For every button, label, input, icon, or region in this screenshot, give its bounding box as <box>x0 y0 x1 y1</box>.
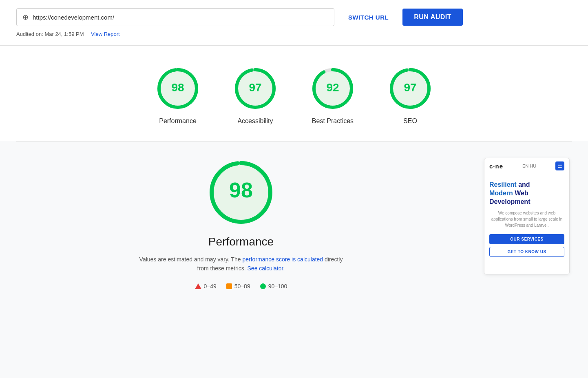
scores-section: 98 Performance 97 Accessibility 92 Best … <box>0 46 588 141</box>
detail-left: 98 Performance Values are estimated and … <box>16 158 466 290</box>
hero-and: and <box>517 181 530 188</box>
top-bar: ⊕ SWITCH URL RUN AUDIT Audited on: Mar 2… <box>0 0 588 46</box>
score-item-seo: 97 SEO <box>388 66 433 125</box>
svg-text:98: 98 <box>171 81 184 94</box>
see-calculator-link[interactable]: See calculator. <box>248 265 285 272</box>
screenshot-header: c∙ne EN HU ☰ <box>484 158 569 174</box>
legend-orange-label: 50–89 <box>234 283 250 290</box>
run-audit-button[interactable]: RUN AUDIT <box>402 9 463 26</box>
screenshot-services-button: OUR SERVICES <box>489 234 564 244</box>
best-practices-circle: 92 <box>310 66 355 111</box>
hero-development: Development <box>489 198 530 205</box>
accessibility-label: Accessibility <box>237 117 273 125</box>
best-practices-label: Best Practices <box>312 117 354 125</box>
screenshot-body: Resilient and Modern Web Development We … <box>484 174 569 262</box>
audit-date: Audited on: Mar 24, 1:59 PM <box>16 31 84 37</box>
legend: 0–49 50–89 90–100 <box>195 283 287 290</box>
url-input[interactable] <box>33 14 328 21</box>
svg-text:92: 92 <box>326 81 339 94</box>
screenshot-logo: c∙ne <box>489 163 503 170</box>
switch-url-button[interactable]: SWITCH URL <box>341 10 396 25</box>
hero-modern: Modern <box>489 190 513 197</box>
description-prefix: Values are estimated and may vary. The <box>139 256 243 263</box>
score-item-performance: 98 Performance <box>155 66 200 125</box>
screenshot-sub: We compose websites and web applications… <box>489 210 564 228</box>
legend-green-icon <box>260 283 266 289</box>
screenshot-menu-icon: ☰ <box>555 161 564 170</box>
svg-text:97: 97 <box>404 81 416 94</box>
screenshot-lang: EN HU <box>522 164 536 168</box>
screenshot-hero-text: Resilient and Modern Web Development <box>489 181 564 206</box>
score-item-best-practices: 92 Best Practices <box>310 66 355 125</box>
detail-section: 98 Performance Values are estimated and … <box>0 141 588 306</box>
legend-item-green: 90–100 <box>260 283 287 290</box>
performance-label: Performance <box>159 117 197 125</box>
performance-score-link[interactable]: performance score is calculated <box>243 256 323 263</box>
globe-icon: ⊕ <box>22 13 29 22</box>
detail-right: c∙ne EN HU ☰ Resilient and Modern Web De… <box>482 158 572 290</box>
legend-item-orange: 50–89 <box>226 283 250 290</box>
screenshot-know-us-button: GET TO KNOW US <box>489 247 564 257</box>
url-row: ⊕ SWITCH URL RUN AUDIT <box>16 8 572 26</box>
seo-label: SEO <box>403 117 417 125</box>
view-report-link[interactable]: View Report <box>91 31 120 37</box>
legend-green-label: 90–100 <box>268 283 287 290</box>
audit-meta: Audited on: Mar 24, 1:59 PM View Report <box>16 31 572 37</box>
detail-description: Values are estimated and may vary. The p… <box>139 255 343 273</box>
accessibility-circle: 97 <box>233 66 278 111</box>
url-input-wrapper: ⊕ <box>16 8 334 26</box>
svg-text:97: 97 <box>249 81 261 94</box>
legend-red-label: 0–49 <box>204 283 217 290</box>
performance-circle: 98 <box>155 66 200 111</box>
legend-red-icon <box>195 283 201 289</box>
legend-orange-icon <box>226 283 232 289</box>
svg-text:98: 98 <box>229 178 253 202</box>
detail-performance-circle: 98 <box>206 158 276 227</box>
screenshot-card: c∙ne EN HU ☰ Resilient and Modern Web De… <box>484 158 570 274</box>
hero-resilient: Resilient <box>489 181 517 188</box>
hero-web: Web <box>515 190 528 197</box>
screenshot-fade <box>484 262 569 274</box>
seo-circle: 97 <box>388 66 433 111</box>
legend-item-red: 0–49 <box>195 283 217 290</box>
score-item-accessibility: 97 Accessibility <box>233 66 278 125</box>
detail-score-title: Performance <box>208 235 274 248</box>
